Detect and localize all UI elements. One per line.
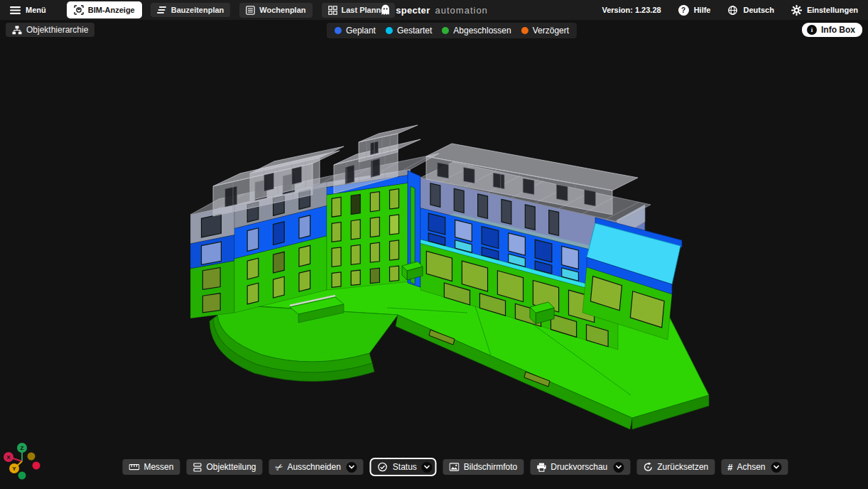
chevron-down-icon <box>774 465 780 469</box>
tab-wochenplan[interactable]: Wochenplan <box>239 3 312 18</box>
legend-dot-geplant <box>335 27 342 34</box>
legend-item-verzoegert: Verzögert <box>521 26 569 36</box>
measure-button[interactable]: Messen <box>122 459 180 475</box>
axes-button[interactable]: # Achsen <box>721 459 788 475</box>
reset-icon <box>643 462 653 472</box>
legend-item-abgeschlossen: Abgeschlossen <box>442 26 511 36</box>
tab-label: Wochenplan <box>259 6 305 14</box>
ghost-icon <box>380 4 391 16</box>
info-box-button[interactable]: i Info Box <box>802 23 862 37</box>
tab-label: Bauzeitenplan <box>171 6 224 14</box>
tab-bim-anzeige[interactable]: BIM-Anzeige <box>67 2 141 18</box>
grid-icon <box>328 6 337 15</box>
status-dropdown[interactable] <box>422 462 433 473</box>
gantt-icon <box>157 6 167 14</box>
menu-label: Menü <box>26 6 46 14</box>
weekplan-icon <box>246 6 255 15</box>
chevron-down-icon <box>424 465 430 469</box>
chevron-down-icon <box>615 465 622 469</box>
printer-icon <box>536 463 546 472</box>
version-text: Version: 1.23.28 <box>602 6 661 14</box>
legend-dot-abgeschlossen <box>442 27 449 34</box>
overlay-row: Objekthierarchie Geplant Gestartet Abges… <box>0 23 868 40</box>
bim-view-icon <box>74 5 84 15</box>
legend-item-geplant: Geplant <box>335 26 376 36</box>
help-icon: ? <box>678 5 689 16</box>
axes-icon: # <box>727 463 732 472</box>
hamburger-icon <box>10 6 21 14</box>
help-button[interactable]: ? Hilfe <box>678 5 711 16</box>
split-object-icon <box>192 463 202 472</box>
print-preview-button[interactable]: Druckvorschau <box>530 459 630 475</box>
scissors-icon: ✂ <box>273 461 285 473</box>
status-button[interactable]: Status <box>370 458 437 476</box>
axes-dropdown[interactable] <box>771 462 782 473</box>
print-dropdown[interactable] <box>613 462 624 473</box>
reset-button[interactable]: Zurücksetzen <box>636 459 715 475</box>
object-hierarchy-button[interactable]: Objekthierarchie <box>6 23 94 37</box>
bottom-toolbar: Messen Objektteilung ✂ Ausschneiden Stat… <box>122 458 788 476</box>
hierarchy-icon <box>12 26 22 35</box>
globe-icon <box>727 5 738 16</box>
svg-text:X: X <box>6 454 11 461</box>
info-icon: i <box>807 25 817 35</box>
menu-button[interactable]: Menü <box>10 6 46 14</box>
status-check-icon <box>378 462 388 472</box>
object-split-button[interactable]: Objektteilung <box>186 459 262 475</box>
top-bar: Menü BIM-Anzeige Bauzeitenplan <box>0 0 868 20</box>
ruler-icon <box>129 463 139 471</box>
language-button[interactable]: Deutsch <box>727 5 774 16</box>
axis-gizmo[interactable]: ZXY <box>3 439 45 485</box>
cut-dropdown[interactable] <box>347 462 357 473</box>
brand-suffix: automation <box>435 5 488 16</box>
gear-icon <box>791 5 802 16</box>
tab-label: BIM-Anzeige <box>88 6 135 14</box>
status-legend: Geplant Gestartet Abgeschlossen Verzöger… <box>327 23 577 38</box>
legend-dot-verzoegert <box>521 27 528 34</box>
screenshot-icon <box>450 463 460 471</box>
legend-item-gestartet: Gestartet <box>386 26 432 36</box>
screenshot-button[interactable]: Bildschirmfoto <box>443 459 523 475</box>
settings-button[interactable]: Einstellungen <box>791 5 858 16</box>
cut-button[interactable]: ✂ Ausschneiden <box>269 459 364 475</box>
legend-dot-gestartet <box>386 27 393 34</box>
tab-bauzeitenplan[interactable]: Bauzeitenplan <box>151 3 231 17</box>
bim-model <box>0 0 868 489</box>
svg-text:Z: Z <box>21 445 24 451</box>
chevron-down-icon <box>349 465 355 469</box>
bim-viewport[interactable]: ZXY <box>0 0 868 489</box>
svg-text:Y: Y <box>12 466 16 472</box>
brand-logo: specter automation <box>380 0 488 20</box>
brand-name: specter <box>396 5 430 16</box>
